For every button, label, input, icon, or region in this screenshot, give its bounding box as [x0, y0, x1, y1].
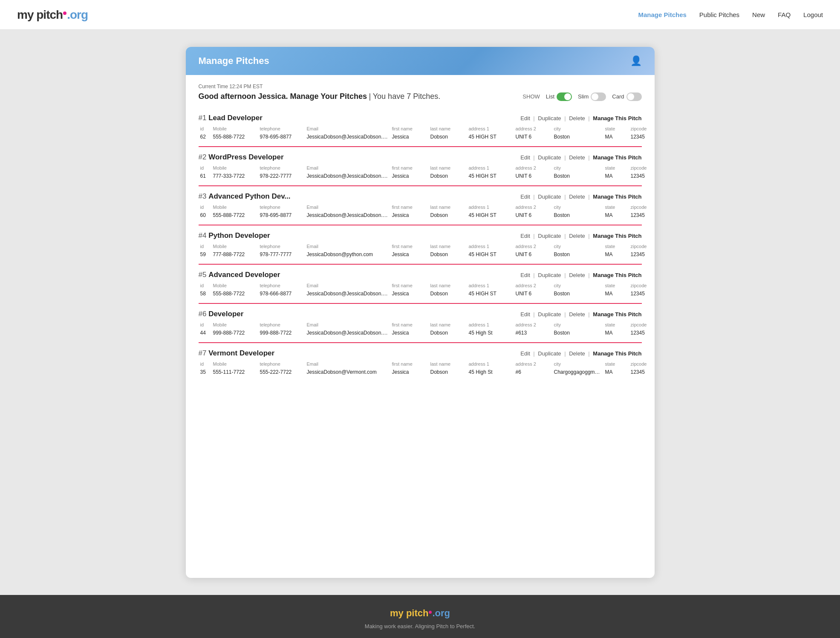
main-nav: Manage Pitches Public Pitches New FAQ Lo…: [638, 11, 823, 18]
pitch-duplicate-4[interactable]: Duplicate: [538, 233, 561, 239]
sep2-2: |: [563, 154, 568, 161]
pitch-delete-2[interactable]: Delete: [569, 154, 585, 161]
pitch-num-7: #7: [199, 349, 209, 357]
label-email-6: Email: [305, 322, 390, 328]
label-firstname-6: first name: [390, 322, 429, 328]
pitch-edit-4[interactable]: Edit: [520, 233, 530, 239]
pitch-actions-3: Edit | Duplicate | Delete | Manage This …: [520, 193, 641, 200]
pitch-edit-6[interactable]: Edit: [520, 311, 530, 318]
label-email-2: Email: [305, 165, 390, 171]
val-email-7: JessicaDobson@Vermont.com: [305, 369, 390, 375]
nav-new[interactable]: New: [752, 11, 765, 18]
logo-my-text: my: [17, 8, 36, 22]
label-telephone-6: telephone: [258, 322, 305, 328]
footer-logo-org: .org: [432, 608, 450, 619]
val-mobile-3: 555-888-7722: [211, 212, 258, 219]
pitch-delete-5[interactable]: Delete: [569, 272, 585, 278]
pitch-list: #1 Lead Developer Edit | Duplicate | Del…: [199, 110, 642, 381]
label-lastname-6: last name: [429, 322, 467, 328]
sep1-1: |: [532, 115, 537, 121]
label-mobile-3: Mobile: [211, 204, 258, 210]
pitch-manage-4[interactable]: Manage This Pitch: [593, 233, 641, 239]
pitch-title-1: #1 Lead Developer: [199, 114, 263, 122]
val-address1-1: 45 HIGH ST: [467, 133, 514, 140]
nav-logout[interactable]: Logout: [803, 11, 823, 18]
label-state-5: state: [603, 283, 629, 289]
pitch-manage-3[interactable]: Manage This Pitch: [593, 193, 641, 200]
val-firstname-4: Jessica: [390, 251, 429, 258]
pitch-delete-7[interactable]: Delete: [569, 350, 585, 357]
val-mobile-7: 555-111-7722: [211, 369, 258, 375]
logo: my pitch.org: [17, 8, 88, 22]
sep1-4: |: [532, 233, 537, 239]
pitch-duplicate-1[interactable]: Duplicate: [538, 115, 561, 121]
pitch-manage-6[interactable]: Manage This Pitch: [593, 311, 641, 318]
pitch-section-6: #6 Developer Edit | Duplicate | Delete |…: [199, 306, 642, 343]
val-id-2: 61: [199, 173, 211, 179]
val-city-1: Boston: [552, 133, 603, 140]
pitch-duplicate-6[interactable]: Duplicate: [538, 311, 561, 318]
pitch-delete-6[interactable]: Delete: [569, 311, 585, 318]
label-city-2: city: [552, 165, 603, 171]
label-state-1: state: [603, 126, 629, 132]
pitch-duplicate-5[interactable]: Duplicate: [538, 272, 561, 278]
toggle-list-switch[interactable]: [557, 92, 572, 101]
pitch-name-6: Developer: [208, 310, 243, 318]
label-lastname-3: last name: [429, 204, 467, 210]
pitch-manage-5[interactable]: Manage This Pitch: [593, 272, 641, 278]
label-city-4: city: [552, 243, 603, 249]
val-mobile-6: 999-888-7722: [211, 329, 258, 336]
pitch-edit-5[interactable]: Edit: [520, 272, 530, 278]
pitch-edit-7[interactable]: Edit: [520, 350, 530, 357]
pitch-num-4: #4: [199, 231, 209, 240]
label-id-1: id: [199, 126, 211, 132]
pitch-delete-3[interactable]: Delete: [569, 193, 585, 200]
pitch-duplicate-2[interactable]: Duplicate: [538, 154, 561, 161]
pitch-duplicate-7[interactable]: Duplicate: [538, 350, 561, 357]
footer-tagline: Making work easier. Aligning Pitch to Pe…: [9, 623, 831, 629]
label-email-3: Email: [305, 204, 390, 210]
pitch-section-7: #7 Vermont Developer Edit | Duplicate | …: [199, 345, 642, 381]
pitch-values-5: 58 555-888-7722 978-666-8877 JessicaDobs…: [199, 289, 642, 298]
pitch-manage-7[interactable]: Manage This Pitch: [593, 350, 641, 357]
logo-org-text: .org: [67, 8, 88, 22]
pitch-edit-1[interactable]: Edit: [520, 115, 530, 121]
sep3-7: |: [587, 350, 592, 357]
label-address2-7: address 2: [514, 361, 552, 367]
toggle-card-switch[interactable]: [626, 92, 642, 101]
pitch-delete-4[interactable]: Delete: [569, 233, 585, 239]
pitch-manage-1[interactable]: Manage This Pitch: [593, 115, 641, 121]
pitch-header-6: #6 Developer Edit | Duplicate | Delete |…: [199, 306, 642, 320]
pitch-delete-1[interactable]: Delete: [569, 115, 585, 121]
val-city-6: Boston: [552, 329, 603, 336]
pitch-labels-4: id Mobile telephone Email first name las…: [199, 242, 642, 250]
pitch-title-6: #6 Developer: [199, 310, 244, 318]
nav-public-pitches[interactable]: Public Pitches: [699, 11, 739, 18]
toggle-slim-switch[interactable]: [591, 92, 606, 101]
pitch-edit-2[interactable]: Edit: [520, 154, 530, 161]
val-state-7: MA: [603, 369, 629, 375]
label-state-4: state: [603, 243, 629, 249]
val-telephone-3: 978-695-8877: [258, 212, 305, 219]
sep3-6: |: [587, 311, 592, 318]
val-address1-5: 45 HIGH ST: [467, 290, 514, 297]
label-address1-7: address 1: [467, 361, 514, 367]
val-zipcode-5: 12345: [629, 290, 655, 297]
val-lastname-4: Dobson: [429, 251, 467, 258]
val-address2-4: UNIT 6: [514, 251, 552, 258]
sep1-3: |: [532, 193, 537, 200]
val-city-4: Boston: [552, 251, 603, 258]
pitch-section-1: #1 Lead Developer Edit | Duplicate | Del…: [199, 110, 642, 147]
label-zipcode-1: zipcode: [629, 126, 655, 132]
label-lastname-4: last name: [429, 243, 467, 249]
pitch-name-3: Advanced Python Dev...: [208, 192, 290, 200]
val-zipcode-7: 12345: [629, 369, 655, 375]
label-city-6: city: [552, 322, 603, 328]
label-state-7: state: [603, 361, 629, 367]
label-address1-6: address 1: [467, 322, 514, 328]
pitch-manage-2[interactable]: Manage This Pitch: [593, 154, 641, 161]
pitch-edit-3[interactable]: Edit: [520, 193, 530, 200]
nav-faq[interactable]: FAQ: [778, 11, 791, 18]
pitch-duplicate-3[interactable]: Duplicate: [538, 193, 561, 200]
nav-manage-pitches[interactable]: Manage Pitches: [638, 11, 686, 18]
